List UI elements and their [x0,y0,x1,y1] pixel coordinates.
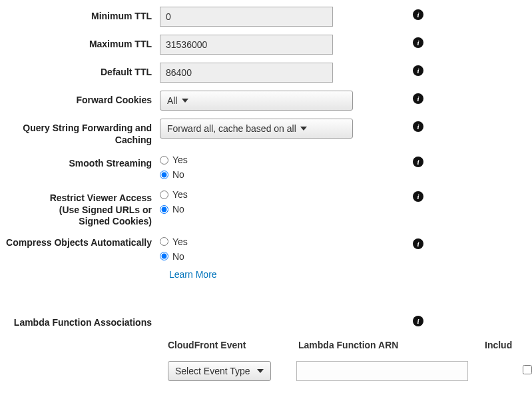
label-restrict-viewer: Restrict Viewer Access (Use Signed URLs … [0,189,160,228]
row-query-string: Query String Forwarding and Caching Forw… [0,119,532,146]
info-icon[interactable]: i [413,65,423,76]
radio-restrict-no[interactable] [160,205,168,214]
lambda-table-headers: CloudFront Event Lambda Function ARN Inc… [168,340,532,350]
select-query-string-value: Forward all, cache based on all [167,123,296,134]
label-default-ttl: Default TTL [0,63,160,77]
select-forward-cookies-value: All [167,95,178,106]
label-forward-cookies: Forward Cookies [0,91,160,105]
info-icon[interactable]: i [413,238,423,249]
chevron-down-icon [300,127,307,131]
input-minimum-ttl[interactable] [160,7,333,27]
row-smooth-streaming: Smooth Streaming Yes No i [0,154,532,181]
radio-smooth-yes[interactable] [160,156,168,165]
select-event-type[interactable]: Select Event Type [168,361,271,381]
info-icon[interactable]: i [413,157,423,167]
input-maximum-ttl[interactable] [160,35,333,55]
row-default-ttl: Default TTL i [0,63,532,83]
label-compress: Compress Objects Automatically [0,236,160,248]
info-icon[interactable]: i [413,37,423,48]
row-maximum-ttl: Maximum TTL i [0,35,532,55]
chevron-down-icon [257,369,264,373]
chevron-down-icon [182,99,188,103]
info-icon[interactable]: i [413,191,423,202]
row-forward-cookies: Forward Cookies All i [0,91,532,111]
radio-compress-no[interactable] [160,252,168,260]
select-forward-cookies[interactable]: All [160,91,353,111]
row-lambda-associations: Lambda Function Associations i [0,313,532,328]
row-minimum-ttl: Minimum TTL i [0,7,532,27]
row-compress: Compress Objects Automatically Yes No Le… [0,236,532,280]
lambda-row: Select Event Type [168,361,532,381]
label-query-string: Query String Forwarding and Caching [0,119,160,146]
radio-label-no: No [172,204,184,214]
label-smooth-streaming: Smooth Streaming [0,154,160,169]
radio-compress-yes[interactable] [160,237,168,246]
label-minimum-ttl: Minimum TTL [0,7,160,21]
radio-label-yes: Yes [172,155,188,165]
learn-more-link[interactable]: Learn More [169,269,353,280]
row-restrict-viewer: Restrict Viewer Access (Use Signed URLs … [0,189,532,228]
label-lambda-associations: Lambda Function Associations [0,313,160,328]
radio-label-yes: Yes [172,236,188,247]
select-query-string[interactable]: Forward all, cache based on all [160,119,353,139]
radio-smooth-no[interactable] [160,171,168,179]
col-include: Includ [485,340,512,350]
radio-label-yes: Yes [172,189,188,200]
radio-label-no: No [172,169,184,180]
radio-label-no: No [172,251,184,262]
input-lambda-arn[interactable] [296,361,468,381]
col-lambda-arn: Lambda Function ARN [298,340,485,350]
select-event-type-value: Select Event Type [175,366,250,376]
input-default-ttl[interactable] [160,63,333,83]
info-icon[interactable]: i [413,9,423,20]
info-icon[interactable]: i [413,121,423,132]
label-maximum-ttl: Maximum TTL [0,35,160,49]
info-icon[interactable]: i [413,316,423,326]
col-cloudfront-event: CloudFront Event [168,340,298,350]
radio-restrict-yes[interactable] [160,191,168,199]
checkbox-include[interactable] [523,365,532,374]
info-icon[interactable]: i [413,93,423,104]
